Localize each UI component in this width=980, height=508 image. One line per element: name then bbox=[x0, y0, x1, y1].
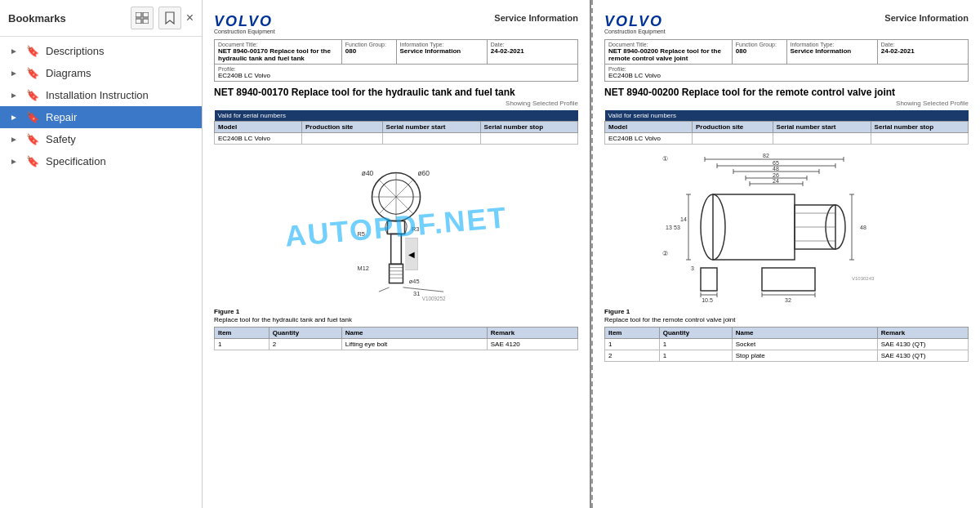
serial-table-left: Valid for serial numbers Model Productio… bbox=[214, 110, 578, 145]
date-value-right: 24-02-2021 bbox=[881, 47, 964, 55]
sidebar-item-specification[interactable]: ► 🔖 Specification bbox=[0, 150, 202, 172]
sidebar-item-diagrams[interactable]: ► 🔖 Diagrams bbox=[0, 62, 202, 84]
sidebar-title: Bookmarks bbox=[8, 12, 66, 25]
bookmark-icon: 🔖 bbox=[26, 89, 39, 101]
svg-text:26: 26 bbox=[773, 172, 779, 178]
func-group-value-right: 080 bbox=[736, 47, 783, 55]
figure-subtitle-right: Replace tool for the remote control valv… bbox=[604, 316, 969, 323]
svg-text:ø60: ø60 bbox=[417, 169, 430, 177]
volvo-logo-right: VOLVO bbox=[604, 13, 666, 30]
sidebar-nav: ► 🔖 Descriptions ► 🔖 Diagrams ► 🔖 Instal… bbox=[0, 37, 202, 508]
date-label-left: Date: bbox=[491, 42, 574, 47]
bookmark-icon: 🔖 bbox=[26, 67, 39, 79]
serial-table-right: Valid for serial numbers Model Productio… bbox=[604, 110, 969, 145]
chevron-icon: ► bbox=[10, 69, 20, 78]
sidebar-item-label: Installation Instruction bbox=[46, 89, 149, 101]
svg-text:V1030243: V1030243 bbox=[852, 276, 875, 281]
svg-text:V1009252: V1009252 bbox=[422, 296, 446, 301]
prod-site-right bbox=[693, 133, 773, 145]
volvo-subtitle-left: Construction Equipment bbox=[214, 29, 275, 34]
func-group-value-left: 080 bbox=[345, 47, 393, 55]
part-name: Lifting eye bolt bbox=[341, 339, 487, 350]
figure-caption-left: Figure 1 bbox=[214, 308, 578, 315]
svg-text:32: 32 bbox=[785, 297, 791, 303]
volvo-logo-left: VOLVO bbox=[214, 13, 275, 30]
sidebar-item-repair[interactable]: ► 🔖 Repair bbox=[0, 106, 202, 128]
parts-col-item-left: Item bbox=[215, 328, 270, 339]
serial-header-right: Valid for serial numbers bbox=[605, 110, 969, 122]
table-row: 21Stop plateSAE 4130 (QT) bbox=[605, 350, 969, 362]
pdf-container[interactable]: VOLVO Construction Equipment Service Inf… bbox=[203, 0, 980, 508]
sidebar-item-label: Diagrams bbox=[46, 67, 91, 79]
volvo-header-left: VOLVO Construction Equipment Service Inf… bbox=[214, 13, 578, 34]
serial-stop-right bbox=[871, 133, 968, 145]
bookmark-icon: 🔖 bbox=[26, 155, 39, 167]
svg-rect-67 bbox=[701, 268, 717, 291]
col-production-right: Production site bbox=[693, 122, 773, 133]
col-serial-stop-left: Serial number stop bbox=[480, 122, 577, 133]
serial-start-right bbox=[773, 133, 871, 145]
part-item: 1 bbox=[605, 339, 660, 350]
parts-table-right: Item Quantity Name Remark 11SocketSAE 41… bbox=[604, 327, 969, 362]
svg-text:14: 14 bbox=[680, 216, 687, 222]
bookmark-list-icon bbox=[164, 11, 176, 25]
func-group-label-left: Function Group: bbox=[345, 42, 393, 47]
view-toggle-button[interactable] bbox=[131, 7, 154, 29]
svg-text:R5: R5 bbox=[358, 230, 365, 238]
collapse-sidebar-button[interactable]: ◀ bbox=[405, 238, 418, 270]
svg-text:82: 82 bbox=[763, 153, 769, 158]
info-table-left: Document Title: NET 8940-00170 Replace t… bbox=[214, 39, 578, 82]
prod-site-left bbox=[302, 133, 383, 145]
svg-text:M12: M12 bbox=[358, 265, 369, 272]
svg-text:31: 31 bbox=[413, 290, 420, 297]
svg-text:ø40: ø40 bbox=[362, 169, 374, 177]
drawing-area-left: ø40 ø60 R5 R3 M12 ø45 31 V1009252 AUTOPD… bbox=[214, 149, 578, 305]
sidebar: Bookmarks × ► 🔖 Descriptions bbox=[0, 0, 203, 508]
part-remark: SAE 4120 bbox=[487, 339, 577, 350]
info-table-right: Document Title: NET 8940-00200 Replace t… bbox=[604, 39, 969, 82]
sidebar-item-descriptions[interactable]: ► 🔖 Descriptions bbox=[0, 40, 202, 62]
chevron-icon: ► bbox=[10, 113, 20, 122]
info-type-label-left: Information Type: bbox=[400, 42, 483, 47]
model-value-right: EC240B LC Volvo bbox=[605, 133, 693, 145]
doc-title-value-right: NET 8940-00200 Replace tool for the remo… bbox=[608, 47, 728, 62]
svg-text:10.5: 10.5 bbox=[702, 297, 713, 303]
svg-text:48: 48 bbox=[773, 166, 779, 172]
sidebar-item-installation[interactable]: ► 🔖 Installation Instruction bbox=[0, 84, 202, 106]
part-name: Stop plate bbox=[732, 350, 877, 362]
grid-icon bbox=[136, 12, 149, 24]
part-qty: 1 bbox=[659, 350, 732, 362]
pdf-page-right: VOLVO Construction Equipment Service Inf… bbox=[591, 0, 980, 508]
svg-text:65: 65 bbox=[773, 160, 779, 166]
figure-subtitle-left: Replace tool for the hydraulic tank and … bbox=[214, 316, 578, 323]
svg-text:R3: R3 bbox=[412, 225, 419, 233]
svg-text:13: 13 bbox=[666, 225, 672, 230]
info-type-value-left: Service Information bbox=[400, 47, 483, 55]
doc-title-value-left: NET 8940-00170 Replace tool for the hydr… bbox=[218, 47, 338, 62]
col-model-left: Model bbox=[215, 122, 302, 133]
serial-start-left bbox=[382, 133, 480, 145]
part-qty: 1 bbox=[659, 339, 732, 350]
sidebar-item-safety[interactable]: ► 🔖 Safety bbox=[0, 128, 202, 150]
serial-stop-left bbox=[480, 133, 577, 145]
parts-col-item-right: Item bbox=[605, 328, 660, 339]
func-group-label-right: Function Group: bbox=[736, 42, 783, 47]
close-sidebar-button[interactable]: × bbox=[186, 11, 194, 25]
sidebar-item-label: Safety bbox=[46, 133, 76, 145]
svg-text:②: ② bbox=[662, 250, 668, 257]
svg-text:48: 48 bbox=[860, 225, 866, 230]
chevron-icon: ► bbox=[10, 135, 20, 144]
part-remark: SAE 4130 (QT) bbox=[877, 350, 968, 362]
svg-rect-0 bbox=[136, 12, 141, 17]
part-name: Socket bbox=[732, 339, 877, 350]
part-remark: SAE 4130 (QT) bbox=[877, 339, 968, 350]
date-label-right: Date: bbox=[881, 42, 964, 47]
svg-text:ø45: ø45 bbox=[409, 278, 420, 285]
bookmark-view-button[interactable] bbox=[158, 7, 181, 29]
sidebar-item-label: Descriptions bbox=[46, 45, 105, 57]
figure-caption-right: Figure 1 bbox=[604, 308, 969, 315]
col-production-left: Production site bbox=[302, 122, 383, 133]
drawing-svg-left: ø40 ø60 R5 R3 M12 ø45 31 V1009252 bbox=[214, 149, 578, 305]
svg-text:①: ① bbox=[662, 155, 668, 163]
date-value-left: 24-02-2021 bbox=[491, 47, 574, 55]
